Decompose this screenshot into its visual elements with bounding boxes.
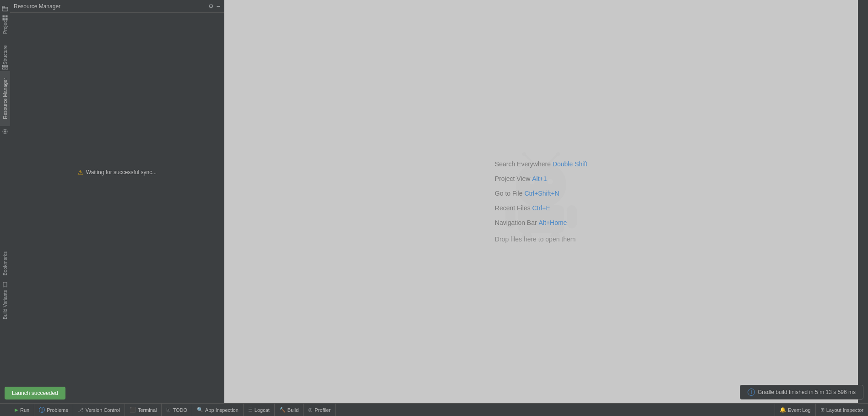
tab-problems[interactable]: ! Problems — [34, 404, 73, 416]
right-sidebar — [858, 0, 868, 403]
tab-run[interactable]: ▶ Run — [10, 404, 34, 416]
panel-header: Resource Manager ⚙ − — [10, 0, 224, 13]
run-icon: ▶ — [15, 407, 18, 412]
hint-recent-files: Recent Files Ctrl+E — [495, 204, 587, 212]
warning-icon: ⚠ — [77, 169, 83, 176]
svg-point-18 — [522, 152, 526, 156]
logcat-label: Logcat — [255, 407, 270, 413]
svg-rect-9 — [5, 68, 8, 69]
event-log-icon: 🔔 — [780, 407, 786, 413]
todo-label: TODO — [173, 407, 187, 413]
build-icon: 🔨 — [279, 407, 286, 413]
hint-goto-file: Go to File Ctrl+Shift+N — [495, 190, 587, 197]
tab-app-inspection[interactable]: 🔍 App Inspection — [192, 404, 244, 416]
tab-event-log[interactable]: 🔔 Event Log — [775, 404, 815, 416]
svg-rect-6 — [2, 66, 5, 67]
build-label: Build — [288, 407, 298, 413]
logcat-icon: ☰ — [248, 407, 253, 413]
profiler-icon: ◎ — [308, 407, 313, 413]
gradle-notification: i Gradle build finished in 5 m 13 s 596 … — [740, 385, 863, 400]
svg-point-19 — [556, 152, 560, 156]
sidebar-icon-bookmark[interactable] — [1, 280, 9, 289]
hint-navigation-bar: Navigation Bar Alt+Home — [495, 219, 587, 226]
sidebar-icon-structure1[interactable] — [1, 63, 9, 71]
tab-profiler[interactable]: ◎ Profiler — [304, 404, 336, 416]
close-icon[interactable]: − — [217, 3, 220, 10]
tab-logcat[interactable]: ☰ Logcat — [244, 404, 275, 416]
tab-todo[interactable]: ☑ TODO — [162, 404, 192, 416]
svg-rect-8 — [2, 68, 5, 69]
status-bar-left: ▶ Run ! Problems ⎇ Version Control ⬛ Ter… — [10, 404, 336, 416]
gear-icon[interactable]: ⚙ — [208, 3, 214, 10]
sidebar-item-project[interactable]: Project — [0, 13, 10, 40]
todo-icon: ☑ — [166, 407, 171, 413]
layout-inspector-icon: ⊞ — [820, 407, 825, 413]
gradle-message: Gradle build finished in 5 m 13 s 596 ms — [758, 389, 856, 395]
app-inspection-label: App Inspection — [205, 407, 239, 413]
launch-notification: Launch succeeded — [5, 387, 65, 400]
hint-key-project: Alt+1 — [532, 175, 547, 182]
panel-title: Resource Manager — [14, 3, 60, 10]
run-label: Run — [20, 407, 29, 413]
sidebar-icon-plus[interactable] — [1, 127, 9, 136]
waiting-text: Waiting for successful sync... — [86, 169, 157, 175]
hint-key-nav: Alt+Home — [539, 219, 567, 226]
tab-terminal[interactable]: ⬛ Terminal — [125, 404, 162, 416]
app-inspection-icon: 🔍 — [197, 407, 203, 413]
app-window: Project Structure Resource — [0, 0, 868, 416]
hints-container: Search Everywhere Double Shift Project V… — [495, 160, 587, 243]
tab-version-control[interactable]: ⎇ Version Control — [73, 404, 125, 416]
gradle-info-icon: i — [748, 389, 755, 396]
tab-build[interactable]: 🔨 Build — [275, 404, 304, 416]
status-bar-right: 🔔 Event Log ⊞ Layout Inspector — [775, 404, 868, 416]
sidebar-item-bookmarks[interactable]: Bookmarks — [0, 247, 10, 279]
event-log-label: Event Log — [788, 407, 811, 413]
hint-drop-files: Drop files here to open them — [495, 235, 587, 243]
tab-layout-inspector[interactable]: ⊞ Layout Inspector — [815, 404, 868, 416]
status-bar: ▶ Run ! Problems ⎇ Version Control ⬛ Ter… — [0, 403, 868, 416]
hint-key-goto: Ctrl+Shift+N — [524, 190, 559, 197]
panel-body: ⚠ Waiting for successful sync... — [10, 13, 224, 403]
problems-label: Problems — [47, 407, 68, 413]
version-control-label: Version Control — [86, 407, 120, 413]
warning-message: ⚠ Waiting for successful sync... — [77, 169, 157, 176]
layout-inspector-label: Layout Inspector — [826, 407, 863, 413]
svg-rect-7 — [5, 66, 8, 67]
terminal-label: Terminal — [138, 407, 157, 413]
terminal-icon: ⬛ — [130, 407, 136, 413]
main-content-area: Project Structure Resource — [0, 0, 868, 403]
hint-search-everywhere: Search Everywhere Double Shift — [495, 160, 587, 168]
sidebar-icon-folder[interactable] — [1, 5, 9, 13]
sidebar-item-resource-manager[interactable]: Resource Manager — [0, 71, 10, 126]
hint-key-search: Double Shift — [553, 160, 587, 168]
hint-project-view: Project View Alt+1 — [495, 175, 587, 182]
sidebar-item-build-variants[interactable]: Build Variants — [0, 289, 10, 321]
version-control-icon: ⎇ — [78, 407, 84, 413]
resource-manager-panel: Resource Manager ⚙ − ⚠ Waiting for succe… — [10, 0, 224, 403]
hint-key-recent: Ctrl+E — [532, 204, 550, 212]
problems-icon: ! — [39, 407, 45, 413]
main-editor-area: Search Everywhere Double Shift Project V… — [224, 0, 858, 403]
profiler-label: Profiler — [315, 407, 331, 413]
left-sidebar-strip: Project Structure Resource — [0, 0, 10, 403]
